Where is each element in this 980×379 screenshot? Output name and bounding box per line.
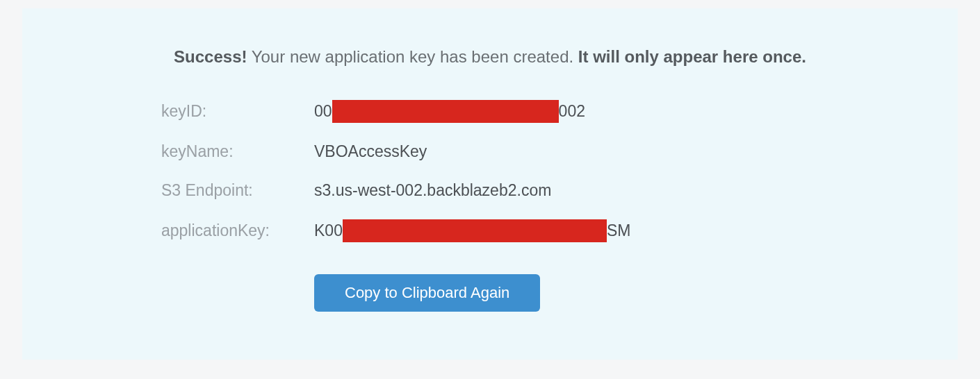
copy-to-clipboard-button[interactable]: Copy to Clipboard Again	[314, 274, 540, 312]
keyid-prefix: 00	[314, 102, 332, 121]
keyid-suffix: 002	[559, 102, 585, 121]
label-keyid: keyID:	[161, 102, 314, 121]
value-applicationkey: K00SM	[314, 219, 630, 242]
success-panel: Success! Your new application key has be…	[22, 8, 958, 360]
row-s3-endpoint: S3 Endpoint: s3.us-west-002.backblazeb2.…	[161, 181, 913, 201]
label-keyname: keyName:	[161, 142, 314, 162]
redaction-block	[343, 219, 607, 242]
redaction-block	[332, 100, 559, 123]
label-s3-endpoint: S3 Endpoint:	[161, 181, 314, 201]
success-strong-suffix: It will only appear here once.	[578, 47, 806, 66]
row-applicationkey: applicationKey: K00SM	[161, 219, 913, 242]
value-keyname: VBOAccessKey	[314, 142, 427, 162]
row-keyid: keyID: 00002	[161, 100, 913, 123]
row-keyname: keyName: VBOAccessKey	[161, 142, 913, 162]
key-details: keyID: 00002 keyName: VBOAccessKey S3 En…	[67, 100, 913, 312]
label-applicationkey: applicationKey:	[161, 221, 314, 241]
success-strong-prefix: Success!	[174, 47, 247, 66]
appkey-prefix: K00	[314, 221, 343, 241]
success-message: Success! Your new application key has be…	[67, 47, 913, 67]
appkey-suffix: SM	[607, 221, 631, 241]
value-keyid: 00002	[314, 100, 585, 123]
success-middle: Your new application key has been create…	[247, 47, 578, 66]
value-s3-endpoint: s3.us-west-002.backblazeb2.com	[314, 181, 551, 201]
